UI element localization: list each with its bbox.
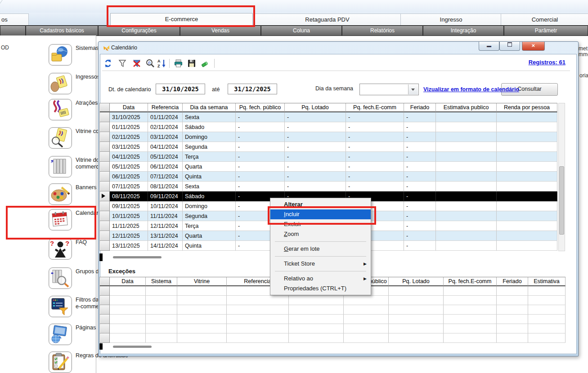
menubar-item-configuracoes[interactable]: Configurações [98,26,180,36]
row-selector-cell[interactable] [100,152,110,162]
column-header-renda-por-pessoa[interactable]: Renda por pessoa [497,103,557,112]
column-header-estimativa[interactable]: Estimativa [528,277,566,286]
table-row[interactable]: 31/10/202501/11/2024Sexta---- [100,112,557,122]
row-selector-cell[interactable] [100,241,110,251]
row-selector-cell[interactable] [100,315,110,324]
grid-vertical-scrollbar[interactable] [558,103,565,251]
sidebar-item-vitrine-complementar[interactable]: Vitrine complementar [49,127,96,151]
column-header-feriado[interactable]: Feriado [404,103,436,112]
date-from-input[interactable] [156,84,205,94]
row-selector-cell[interactable] [100,182,110,191]
tab-comercial[interactable]: Comercial [501,13,588,25]
minimize-button[interactable]: ▬ [479,42,499,51]
sidebar-item-faq[interactable]: ??FAQ [49,238,96,262]
row-selector-cell[interactable] [100,324,110,333]
grid-hscroll-thumb[interactable] [113,256,162,258]
column-header-data[interactable]: Data [110,103,148,112]
maximize-button[interactable] [499,42,520,51]
column-header-estimativa-publico[interactable]: Estimativa publico [436,103,497,112]
column-header-pq-fech-e-comm[interactable]: Pq. fech.E-comm [444,277,497,286]
column-header-sistema[interactable]: Sistema [146,277,177,286]
table-row[interactable]: 04/11/202505/11/2024Terça---- [100,152,557,162]
filter-icon[interactable] [117,58,127,68]
sort-icon[interactable]: AZ [157,58,167,68]
refresh-icon[interactable] [103,58,113,68]
row-selector-cell[interactable] [100,296,110,305]
table-row[interactable]: 02/11/202503/11/2024Domingo---- [100,132,557,142]
print-icon[interactable] [174,58,184,68]
sidebar-item-banners[interactable]: Banners [49,183,96,207]
registros-link[interactable]: Registros: 61 [529,59,566,66]
sidebar-item-ingressos[interactable]: Ingressos [49,73,96,96]
menu-item-incluir[interactable]: Incluir [270,209,371,219]
column-header-referencia[interactable]: Referencia [148,103,183,112]
tab-e-commerce[interactable]: E-commerce [110,13,253,26]
row-selector-cell[interactable] [100,132,110,142]
table-row[interactable] [100,324,566,333]
column-header-vitrine[interactable]: Vitrine [177,277,227,286]
column-header-pq-fech-e-comm[interactable]: Pq. fech.E-comm [346,103,404,112]
save-icon[interactable] [187,58,197,68]
row-selector-cell[interactable] [100,122,110,132]
table-row[interactable] [100,296,566,305]
table-row[interactable]: 06/11/202507/11/2024Quinta---- [100,172,557,182]
edit-icon[interactable] [200,58,210,68]
menu-item-gerar-em-lote[interactable]: Gerar em lote [270,244,371,254]
grid-vscroll-thumb[interactable] [559,166,564,235]
row-selector-cell[interactable] [100,191,110,201]
row-selector-cell[interactable] [100,305,110,315]
sidebar-item-grupos-de-vitrine[interactable]: Grupos de vitrine [49,267,96,291]
menubar-item-parametr[interactable]: Parâmetr [504,26,588,36]
table-row[interactable] [100,305,566,315]
tab-ingresso[interactable]: Ingresso [400,13,502,25]
row-selector-cell[interactable] [100,142,110,152]
row-selector-cell[interactable] [100,221,110,231]
sidebar-item-filtros-da-vitrine-do-e-commerce[interactable]: Filtros da vitrine do e-commerce [49,296,96,319]
find-icon[interactable]: n [145,58,155,68]
exceptions-hscroll-thumb[interactable] [113,346,152,348]
row-selector-cell[interactable] [100,211,110,221]
sidebar-item-vitrine-do-e-commerce[interactable]: Vitrine do E-commerce [49,156,96,179]
row-selector-cell[interactable] [100,231,110,241]
tab-retaguarda-pdv[interactable]: Retaguarda PDV [253,13,401,25]
menubar-item-integracao[interactable]: Integração [423,26,504,36]
table-row[interactable]: 03/11/202504/11/2024Segunda---- [100,142,557,152]
column-header-pq-lotado[interactable]: Pq. Lotado [389,277,444,286]
combo-arrow-button[interactable] [408,84,418,94]
table-row[interactable] [100,315,566,324]
sidebar-item-atracoes[interactable]: Atrações [49,99,96,122]
table-row[interactable]: 05/11/202506/11/2024Quarta---- [100,162,557,172]
table-row[interactable]: 01/11/202502/11/2024Sábado---- [100,122,557,132]
row-selector-cell[interactable] [100,201,110,211]
tab-partial[interactable]: os [0,13,29,25]
calendar-view-link[interactable]: Vizualizar em formato de calendário [423,86,519,93]
row-selector-cell[interactable] [100,162,110,172]
column-header-pq-fech-publico[interactable]: Pq. fech. público [236,103,285,112]
menubar-item-coluna[interactable]: Coluna [261,26,342,36]
menu-item-relativo-ao[interactable]: Relativo ao▶ [270,274,371,284]
sidebar-item-regras-de-antifraude[interactable]: Regras de antifraude [49,351,96,373]
row-selector-cell[interactable] [100,286,110,296]
weekday-select[interactable] [359,84,419,95]
clear-filter-icon[interactable] [132,58,142,68]
table-row[interactable]: 07/11/202508/11/2024Sexta---- [100,182,557,191]
menubar-item-vendas[interactable]: Vendas [180,26,261,36]
column-header-dia-da-semana[interactable]: Dia da semana [183,103,236,112]
column-header-pq-lotado[interactable]: Pq. Lotado [285,103,346,112]
row-selector-cell[interactable] [100,333,110,343]
menu-item-alterar[interactable]: Alterar [270,200,371,209]
sidebar-item-sistemas[interactable]: Sistemas [49,44,96,67]
menu-item-ticket-store[interactable]: Ticket Store▶ [270,259,371,269]
column-header-feriado[interactable]: Feriado [497,277,528,286]
sidebar-item-paginas[interactable]: Páginas [49,324,96,347]
menu-stub-button[interactable] [0,26,26,36]
table-row[interactable] [100,333,566,343]
close-button[interactable]: ✕ [522,42,545,51]
row-selector-cell[interactable] [100,112,110,122]
menubar-item-relatorios[interactable]: Relatórios [342,26,423,36]
menu-item-zoom[interactable]: Zoom [270,229,371,239]
column-header-data[interactable]: Data [110,277,146,286]
sidebar-item-calendario[interactable]: Calendário [49,209,96,232]
menu-item-excluir[interactable]: Excluir [270,219,371,229]
row-selector-cell[interactable] [100,172,110,182]
